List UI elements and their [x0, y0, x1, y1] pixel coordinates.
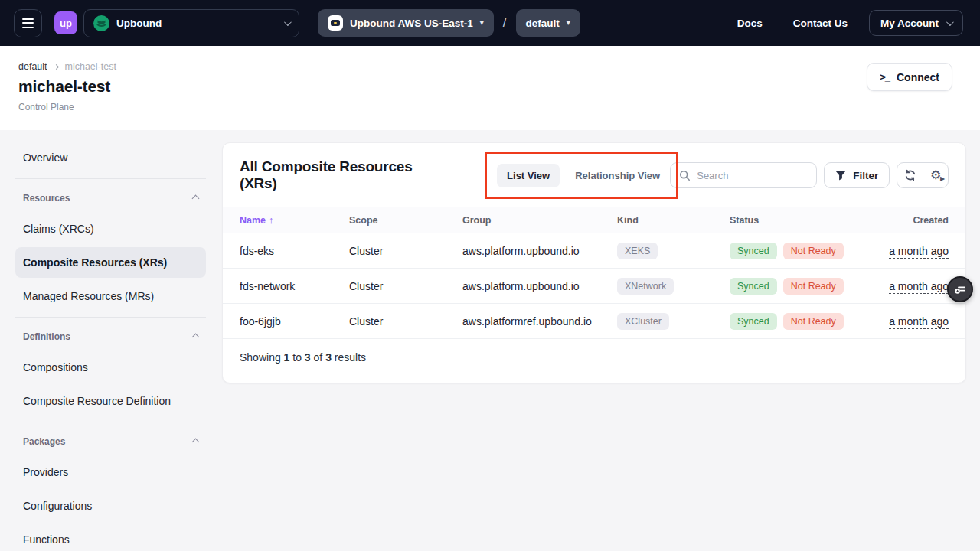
filter-button-label: Filter — [853, 170, 878, 181]
result-to: 3 — [305, 351, 311, 364]
control-plane-label: Upbound AWS US-East-1 — [350, 18, 473, 29]
column-header-kind[interactable]: Kind — [617, 215, 730, 226]
sidebar-divider — [15, 178, 206, 179]
search-input[interactable] — [697, 170, 808, 181]
cell-group: aws.platform.upbound.io — [462, 245, 617, 257]
filter-button[interactable]: Filter — [824, 162, 890, 188]
cell-created: a month ago — [883, 315, 949, 328]
table-row-foo-6jgjb[interactable]: foo-6jgjbClusteraws.platformref.upbound.… — [223, 304, 965, 339]
feedback-form-icon — [954, 283, 967, 296]
kind-badge: XEKS — [617, 243, 658, 259]
feedback-widget-button[interactable] — [947, 276, 973, 302]
cell-scope: Cluster — [349, 280, 462, 292]
status-badge-not-ready: Not Ready — [783, 243, 844, 259]
table-row-fds-eks[interactable]: fds-eksClusteraws.platform.upbound.ioXEK… — [223, 233, 965, 269]
sidebar-item-composite-resource-definition[interactable]: Composite Resource Definition — [15, 386, 206, 416]
table-header-row: Name↑ Scope Group Kind Status Created — [223, 207, 965, 233]
chevron-down-icon — [284, 18, 292, 26]
column-header-status[interactable]: Status — [730, 215, 883, 226]
sidebar-item-configurations[interactable]: Configurations — [15, 491, 206, 521]
sidebar-item-overview[interactable]: Overview — [15, 142, 206, 173]
created-tooltip-text[interactable]: a month ago — [889, 280, 949, 292]
created-tooltip-text[interactable]: a month ago — [889, 315, 949, 328]
result-total: 3 — [325, 351, 332, 364]
cell-created: a month ago — [883, 280, 949, 292]
my-account-menu[interactable]: My Account — [869, 10, 963, 36]
column-header-group[interactable]: Group — [462, 215, 617, 226]
kind-badge: XCluster — [617, 313, 669, 330]
cell-group: aws.platformref.upbound.io — [462, 315, 617, 328]
hamburger-icon — [22, 18, 34, 20]
sidebar-divider — [15, 317, 206, 318]
card-title: All Composite Resources (XRs) — [240, 158, 446, 192]
chevron-down-icon — [946, 18, 954, 26]
connect-button-label: Connect — [897, 71, 939, 83]
path-separator: / — [503, 15, 507, 31]
my-account-label: My Account — [880, 18, 939, 29]
breadcrumb-parent[interactable]: default — [18, 61, 47, 72]
gear-play-icon: ⚙▶ — [930, 169, 941, 181]
sidebar-section-header-definitions[interactable]: Definitions — [15, 324, 206, 350]
breadcrumb-chevron-icon — [53, 64, 58, 69]
sidebar-item-managed-resources-mrs[interactable]: Managed Resources (MRs) — [15, 281, 206, 311]
auto-refresh-settings-button[interactable]: ⚙▶ — [923, 163, 948, 187]
contact-us-link[interactable]: Contact Us — [793, 18, 848, 29]
column-header-created[interactable]: Created — [883, 215, 949, 226]
dropdown-triangle-icon: ▾ — [567, 19, 570, 27]
column-header-scope[interactable]: Scope — [349, 215, 462, 226]
view-tabs: List View Relationship View — [497, 164, 670, 187]
column-header-name[interactable]: Name↑ — [240, 215, 349, 226]
sidebar-item-functions[interactable]: Functions — [15, 524, 206, 551]
docs-link[interactable]: Docs — [737, 18, 763, 29]
card-toolbar: All Composite Resources (XRs) List View … — [223, 143, 965, 207]
group-selector[interactable]: default ▾ — [516, 9, 580, 37]
control-plane-selector[interactable]: Upbound AWS US-East-1 ▾ — [318, 9, 494, 37]
breadcrumb-current: michael-test — [65, 61, 116, 72]
upbound-logo[interactable]: up — [54, 11, 77, 34]
cell-status: SyncedNot Ready — [730, 278, 883, 295]
control-plane-icon — [328, 15, 343, 31]
group-selector-label: default — [526, 18, 560, 29]
refresh-button[interactable] — [897, 163, 923, 187]
connect-button[interactable]: >_ Connect — [867, 63, 952, 91]
sidebar-item-composite-resources-xrs[interactable]: Composite Resources (XRs) — [15, 247, 206, 278]
status-badge-synced: Synced — [730, 313, 777, 330]
status-badge-not-ready: Not Ready — [783, 313, 844, 330]
filter-funnel-icon — [835, 171, 846, 181]
menu-button[interactable] — [14, 9, 42, 37]
search-box[interactable] — [670, 162, 817, 188]
sidebar-item-providers[interactable]: Providers — [15, 457, 206, 487]
created-tooltip-text[interactable]: a month ago — [889, 245, 949, 257]
sort-asc-icon: ↑ — [269, 215, 273, 226]
status-badge-synced: Synced — [730, 243, 777, 259]
org-avatar-icon — [93, 15, 109, 31]
page-title: michael-test — [18, 77, 980, 96]
result-from: 1 — [284, 351, 290, 364]
sidebar-divider — [15, 422, 206, 422]
chevron-up-icon — [192, 333, 200, 341]
chevron-up-icon — [192, 438, 200, 445]
topbar: up Upbound Upbound AWS US-East-1 ▾ / def… — [0, 0, 980, 46]
breadcrumb: default michael-test — [18, 61, 980, 72]
sidebar-item-compositions[interactable]: Compositions — [15, 352, 206, 383]
sidebar-item-claims-xrcs[interactable]: Claims (XRCs) — [15, 214, 206, 244]
results-summary: Showing 1 to 3 of 3 results — [223, 339, 965, 383]
sidebar-section-header-packages[interactable]: Packages — [15, 429, 206, 455]
cell-name: fds-eks — [240, 245, 349, 257]
resources-card: All Composite Resources (XRs) List View … — [222, 142, 966, 383]
sidebar-section-header-resources[interactable]: Resources — [15, 185, 206, 211]
org-selector[interactable]: Upbound — [83, 9, 299, 37]
table-row-fds-network[interactable]: fds-networkClusteraws.platform.upbound.i… — [223, 269, 965, 304]
cell-status: SyncedNot Ready — [730, 243, 883, 259]
page-header: default michael-test michael-test Contro… — [0, 46, 980, 130]
tab-relationship-view[interactable]: Relationship View — [565, 164, 670, 187]
tab-list-view[interactable]: List View — [497, 164, 560, 187]
refresh-icon — [904, 169, 916, 181]
cell-kind: XEKS — [617, 243, 730, 259]
cell-name: fds-network — [240, 280, 349, 292]
table-actions-group: ⚙▶ — [897, 162, 949, 188]
content-area: Overview ResourcesClaims (XRCs)Composite… — [0, 130, 980, 551]
cell-status: SyncedNot Ready — [730, 313, 883, 330]
cell-kind: XNetwork — [617, 278, 730, 295]
dropdown-triangle-icon: ▾ — [480, 19, 484, 27]
